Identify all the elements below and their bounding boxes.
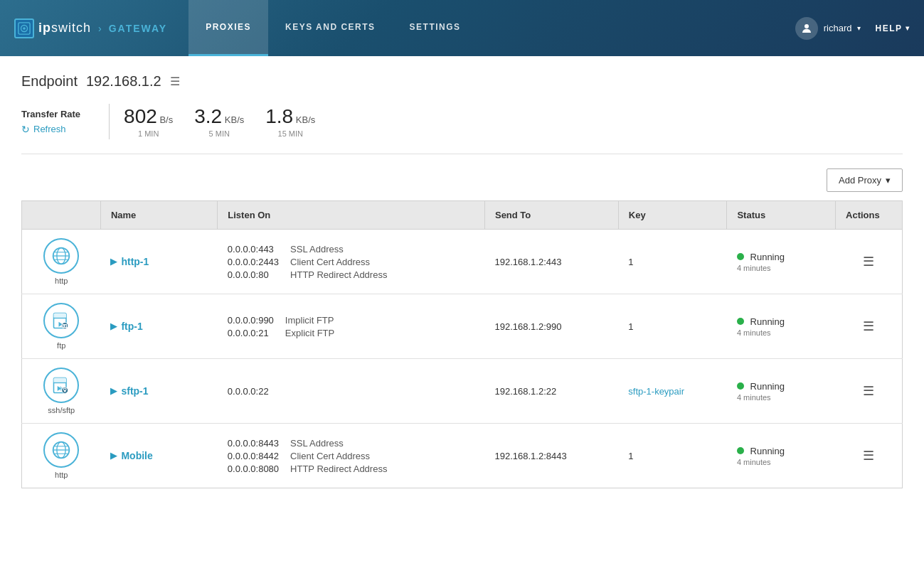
- proxy-status-time-2: 4 minutes: [737, 393, 826, 402]
- col-header-sendto: Send To: [484, 201, 618, 230]
- proxy-actions-button-3[interactable]: ☰: [846, 448, 892, 463]
- status-running-dot-0: [737, 253, 744, 260]
- page-header: Endpoint 192.168.1.2 ☰: [21, 73, 903, 90]
- listen-label: HTTP Redirect Address: [290, 269, 387, 280]
- proxy-status-cell-3: Running 4 minutes: [727, 424, 836, 488]
- proxy-name-link-1[interactable]: ▶ ftp-1: [110, 321, 207, 332]
- transfer-period-5min: 5 MIN: [194, 129, 244, 138]
- proxy-sendto-2: 192.168.1.2:22: [494, 386, 556, 397]
- proxy-icon-http: [43, 432, 79, 468]
- transfer-stat-5min: 3.2 KB/s 5 MIN: [194, 105, 244, 138]
- proxy-name-cell-1: ▶ ftp-1: [100, 294, 217, 359]
- username-label: richard: [824, 23, 852, 33]
- proxy-expand-icon-1: ▶: [110, 321, 117, 331]
- proxy-name-cell-2: ▶ sftp-1: [100, 359, 217, 424]
- nav-keys-certs[interactable]: KEYS AND CERTS: [268, 0, 393, 56]
- proxy-actions-cell-3: ☰: [836, 424, 903, 488]
- proxy-status-cell-2: Running 4 minutes: [727, 359, 836, 424]
- table-row: ⚿ ftp ▶ ftp-1 0.0.0.0:9900.0.0.0:21 Impl…: [22, 294, 903, 359]
- proxy-sendto-cell-1: 192.168.1.2:990: [484, 294, 618, 359]
- proxy-name-0: http-1: [121, 256, 149, 267]
- col-header-key: Key: [618, 201, 727, 230]
- proxy-status-text-2: Running: [750, 381, 785, 392]
- add-proxy-section: Add Proxy ▾: [21, 168, 903, 192]
- refresh-label: Refresh: [33, 124, 66, 134]
- proxy-actions-cell-1: ☰: [836, 294, 903, 359]
- proxy-key-link-2[interactable]: sftp-1-keypair: [628, 386, 684, 397]
- refresh-button[interactable]: ↻ Refresh: [21, 124, 66, 135]
- nav-settings[interactable]: SETTINGS: [393, 0, 478, 56]
- listen-addr: 0.0.0.0:8080: [228, 463, 279, 474]
- status-running-dot-2: [737, 382, 744, 390]
- listen-addr: 0.0.0.0:443: [228, 244, 279, 254]
- endpoint-ip: 192.168.1.2: [86, 73, 161, 90]
- status-running-dot-3: [737, 447, 744, 454]
- col-header-icon: [22, 201, 101, 230]
- table-body: http ▶ http-1 0.0.0.0:4430.0.0.0:24430.0…: [22, 230, 903, 488]
- col-header-actions: Actions: [836, 201, 903, 230]
- proxy-key-3: 1: [628, 451, 633, 461]
- listen-label: Explicit FTP: [285, 328, 334, 338]
- transfer-rate-divider: [109, 104, 110, 139]
- listen-label: SSL Address: [290, 438, 387, 449]
- user-menu[interactable]: richard ▾: [795, 17, 861, 40]
- endpoint-list-icon[interactable]: ☰: [170, 75, 180, 88]
- navbar: ipswitch › Gateway PROXIES KEYS AND CERT…: [0, 0, 924, 56]
- proxy-status-text-0: Running: [750, 252, 785, 262]
- help-caret-icon: ▾: [906, 24, 910, 32]
- transfer-value-1min: 802 B/s: [124, 105, 173, 128]
- transfer-period-1min: 1 MIN: [124, 129, 173, 138]
- help-menu[interactable]: HELP ▾: [875, 23, 910, 33]
- listen-addr: 0.0.0.0:8443: [228, 438, 279, 449]
- transfer-rate-section: Transfer Rate ↻ Refresh 802 B/s 1 MIN 3.…: [21, 104, 903, 154]
- add-proxy-button[interactable]: Add Proxy ▾: [827, 168, 903, 192]
- proxy-actions-button-1[interactable]: ☰: [846, 318, 892, 334]
- listen-addr: 0.0.0.0:80: [228, 269, 279, 280]
- proxy-actions-cell-2: ☰: [836, 359, 903, 424]
- proxy-icon-ftp: ⚿: [43, 303, 79, 338]
- listen-addr: 0.0.0.0:8442: [228, 451, 279, 461]
- proxy-icon-http: [43, 238, 79, 274]
- proxy-icon-cell-0: http: [22, 230, 101, 294]
- col-header-listen: Listen On: [218, 201, 485, 230]
- add-proxy-label: Add Proxy: [839, 175, 881, 186]
- proxy-name-link-2[interactable]: ▶ sftp-1: [110, 385, 207, 397]
- transfer-value-5min: 3.2 KB/s: [194, 105, 244, 128]
- listen-addr: 0.0.0.0:2443: [228, 257, 279, 267]
- listen-addr: 0.0.0.0:22: [228, 386, 269, 397]
- listen-addr: 0.0.0.0:990: [228, 315, 274, 326]
- proxy-icon-cell-2: ssh/sftp: [22, 359, 101, 424]
- proxy-actions-button-0[interactable]: ☰: [846, 254, 892, 269]
- proxy-icon-label-0: http: [55, 277, 68, 285]
- proxy-listen-cell-1: 0.0.0.0:9900.0.0.0:21 Implicit FTPExplic…: [218, 294, 485, 359]
- nav-proxies[interactable]: PROXIES: [188, 0, 268, 56]
- proxy-sendto-cell-0: 192.168.1.2:443: [484, 230, 618, 294]
- main-content: Endpoint 192.168.1.2 ☰ Transfer Rate ↻ R…: [0, 56, 924, 568]
- brand-gateway-label: Gateway: [109, 23, 167, 34]
- svg-rect-19: [64, 390, 66, 392]
- proxy-listen-cell-0: 0.0.0.0:4430.0.0.0:24430.0.0.0:80 SSL Ad…: [218, 230, 485, 294]
- col-header-name: Name: [100, 201, 217, 230]
- listen-addr: 0.0.0.0:21: [228, 328, 274, 338]
- proxy-sendto-cell-2: 192.168.1.2:22: [484, 359, 618, 424]
- proxy-name-link-3[interactable]: ▶ Mobile: [110, 450, 207, 461]
- proxy-status-cell-0: Running 4 minutes: [727, 230, 836, 294]
- svg-point-2: [23, 27, 26, 30]
- proxy-status-text-3: Running: [750, 446, 785, 456]
- table-header: Name Listen On Send To Key Status Action…: [22, 201, 903, 230]
- proxy-name-3: Mobile: [121, 450, 152, 461]
- proxy-table: Name Listen On Send To Key Status Action…: [21, 200, 903, 488]
- nav-right: richard ▾ HELP ▾: [795, 17, 910, 40]
- svg-rect-15: [54, 378, 67, 383]
- transfer-stat-1min: 802 B/s 1 MIN: [124, 105, 173, 138]
- proxy-actions-button-2[interactable]: ☰: [846, 383, 892, 399]
- listen-label: Client Cert Address: [290, 257, 387, 267]
- svg-text:⚿: ⚿: [63, 323, 67, 328]
- proxy-name-cell-0: ▶ http-1: [100, 230, 217, 294]
- proxy-key-1: 1: [628, 321, 633, 332]
- proxy-name-link-0[interactable]: ▶ http-1: [110, 256, 207, 267]
- proxy-key-cell-0: 1: [618, 230, 727, 294]
- brand-chevron-icon: ›: [98, 23, 102, 34]
- proxy-sendto-cell-3: 192.168.1.2:8443: [484, 424, 618, 488]
- page-title: Endpoint: [21, 73, 78, 90]
